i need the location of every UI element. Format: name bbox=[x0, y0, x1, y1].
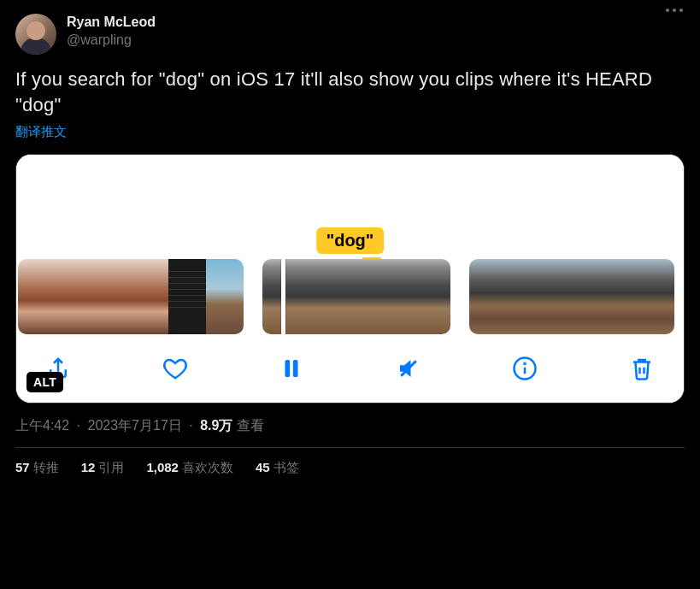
divider bbox=[15, 447, 685, 448]
heart-icon[interactable] bbox=[161, 354, 190, 383]
stat-bookmarks[interactable]: 45书签 bbox=[256, 460, 299, 476]
views-count: 8.9万 bbox=[200, 418, 232, 433]
video-timeline[interactable] bbox=[16, 259, 684, 334]
stat-likes[interactable]: 1,082喜欢次数 bbox=[146, 460, 233, 476]
translate-link[interactable]: 翻译推文 bbox=[15, 124, 67, 140]
clip-group[interactable] bbox=[469, 259, 674, 334]
media-top: "dog" bbox=[16, 155, 684, 259]
clip-group[interactable] bbox=[262, 259, 450, 334]
clip-group[interactable] bbox=[18, 259, 244, 334]
info-icon[interactable] bbox=[510, 354, 539, 383]
playhead[interactable] bbox=[281, 259, 285, 334]
handle: @warpling bbox=[67, 32, 156, 50]
author-names[interactable]: Ryan McLeod @warpling bbox=[67, 14, 156, 50]
avatar[interactable] bbox=[15, 14, 56, 55]
tweet-container: Ryan McLeod @warpling If you search for … bbox=[0, 0, 700, 490]
pause-icon[interactable] bbox=[277, 354, 306, 383]
speaker-slash-icon[interactable] bbox=[394, 354, 423, 383]
trash-icon[interactable] bbox=[627, 354, 656, 383]
tweet-header: Ryan McLeod @warpling bbox=[15, 14, 685, 55]
svg-rect-0 bbox=[285, 360, 291, 377]
svg-point-4 bbox=[525, 363, 526, 364]
tweet-meta: 上午4:42 · 2023年7月17日 · 8.9万 查看 bbox=[15, 417, 685, 435]
views-label: 查看 bbox=[237, 418, 264, 433]
tweet-stats: 57转推 12引用 1,082喜欢次数 45书签 bbox=[15, 460, 685, 476]
alt-badge[interactable]: ALT bbox=[26, 372, 63, 392]
tweet-text: If you search for "dog" on iOS 17 it'll … bbox=[15, 67, 685, 117]
more-icon[interactable] bbox=[666, 9, 683, 12]
time[interactable]: 上午4:42 bbox=[15, 418, 69, 433]
stat-retweets[interactable]: 57转推 bbox=[15, 460, 59, 476]
display-name: Ryan McLeod bbox=[67, 14, 156, 32]
media-card[interactable]: "dog" bbox=[15, 154, 685, 403]
search-match-tag: "dog" bbox=[316, 227, 385, 254]
stat-quotes[interactable]: 12引用 bbox=[81, 460, 125, 476]
svg-rect-1 bbox=[293, 360, 298, 377]
date[interactable]: 2023年7月17日 bbox=[88, 418, 182, 433]
media-toolbar bbox=[16, 334, 684, 403]
